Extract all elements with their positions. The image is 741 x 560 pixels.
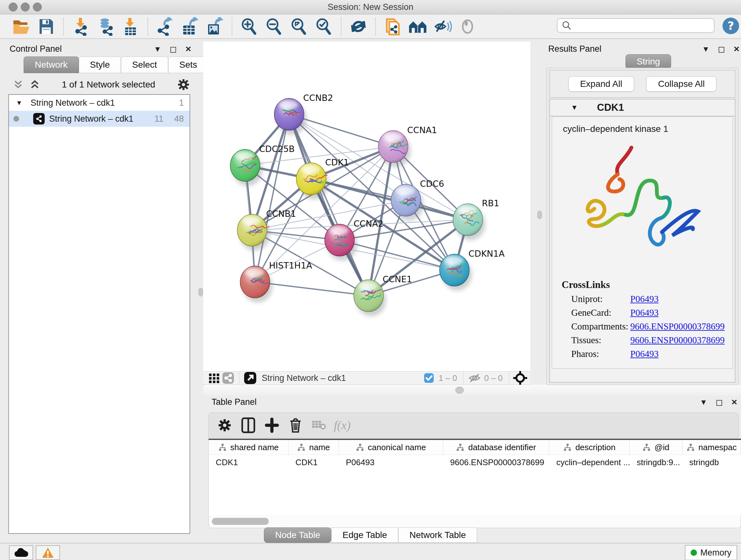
table-panel-float-icon[interactable]: ◻ [716, 398, 723, 406]
column-header-description[interactable]: description [549, 440, 630, 455]
edge-CCNB2-HIST1H1A[interactable] [255, 114, 289, 282]
add-column-icon[interactable] [263, 416, 281, 434]
tree-disclosure-icon[interactable]: ▼ [16, 99, 22, 107]
export-network-icon[interactable] [156, 17, 174, 36]
import-network-file-icon[interactable] [71, 17, 90, 36]
detail-eye-icon[interactable] [458, 17, 477, 36]
crosslink-link[interactable]: 9606.ENSP00000378699 [630, 335, 725, 346]
tab-network-table[interactable]: Network Table [398, 527, 477, 543]
results-panel-float-icon[interactable]: ◻ [718, 45, 725, 53]
node-CCNA1[interactable] [379, 131, 408, 163]
tab-select[interactable]: Select [121, 57, 168, 73]
column-header-name[interactable]: name [288, 440, 339, 455]
refresh-icon[interactable] [349, 17, 367, 36]
crosslink-link[interactable]: P06493 [630, 294, 659, 304]
table-scrollbar[interactable] [208, 515, 741, 528]
horizontal-splitter[interactable] [203, 385, 741, 395]
node-CDC6[interactable] [391, 184, 421, 216]
share-document-icon[interactable] [384, 17, 402, 36]
collapse-all-button[interactable]: Collapse All [646, 76, 717, 91]
zoom-fit-icon[interactable] [290, 17, 308, 36]
collapse-all-icon[interactable] [13, 79, 23, 90]
control-panel-close-icon[interactable]: ✕ [185, 45, 192, 53]
right-splitter-handle[interactable] [537, 211, 542, 219]
column-header-database-identifier[interactable]: database identifier [443, 440, 549, 455]
warning-button[interactable] [36, 545, 60, 560]
table-cell[interactable]: stringdb [682, 457, 741, 468]
expand-all-button[interactable]: Expand All [568, 76, 634, 91]
cloud-button[interactable] [9, 545, 33, 560]
results-panel-close-icon[interactable]: ✕ [733, 45, 740, 53]
table-row[interactable]: CDK1CDK1P064939606.ENSP00000378699cyclin… [209, 455, 741, 470]
node-CCNE1[interactable] [354, 280, 384, 312]
zoom-out-icon[interactable] [265, 17, 283, 36]
edge-CCNB2-CCNA1[interactable] [289, 114, 393, 146]
control-panel-float-icon[interactable]: ◻ [170, 45, 177, 53]
node-HIST1H1A[interactable] [240, 266, 270, 298]
left-splitter-handle[interactable] [199, 288, 203, 296]
table-cell[interactable]: CDK1 [288, 457, 339, 468]
network-canvas[interactable]: CCNB2CCNA1CDC25BCDK1CDC6RB1CCNB1CCNA2CDK… [203, 42, 530, 371]
close-window-icon[interactable] [9, 3, 17, 11]
column-header--id[interactable]: @id [630, 440, 682, 455]
node-CDKN1A[interactable] [440, 254, 469, 286]
control-panel-menu-icon[interactable]: ▼ [154, 45, 161, 53]
tab-node-table[interactable]: Node Table [264, 527, 331, 543]
crosslink-link[interactable]: 9606.ENSP00000378699 [630, 321, 725, 332]
export-image-icon[interactable] [205, 17, 224, 36]
edge-CDK1-RB1[interactable] [311, 179, 468, 220]
table-cell[interactable]: stringdb:9... [630, 457, 682, 468]
tab-sets[interactable]: Sets [168, 57, 208, 73]
help-button[interactable]: ? [722, 17, 740, 35]
string-home-icon[interactable] [408, 17, 427, 36]
function-icon[interactable]: f(x) [334, 416, 351, 434]
table-panel-menu-icon[interactable]: ▼ [700, 398, 708, 406]
hidden-eye-icon[interactable] [468, 372, 482, 384]
delete-table-icon[interactable] [310, 416, 328, 434]
zoom-selected-icon[interactable] [315, 17, 333, 36]
entry-disclosure-icon[interactable]: ▼ [571, 104, 578, 112]
tab-style[interactable]: Style [79, 57, 121, 73]
zoom-window-icon[interactable] [33, 3, 42, 11]
crosslink-link[interactable]: P06493 [630, 349, 659, 359]
tab-edge-table[interactable]: Edge Table [331, 527, 398, 543]
column-header-shared-name[interactable]: shared name [209, 440, 288, 455]
crosslink-link[interactable]: P06493 [630, 307, 659, 318]
node-CCNB2[interactable] [274, 98, 304, 130]
column-header-namespac[interactable]: namespac [682, 440, 741, 455]
network-options-gear-icon[interactable] [177, 78, 190, 91]
tab-network[interactable]: Network [23, 57, 79, 73]
search-box[interactable] [557, 18, 715, 33]
search-input[interactable] [576, 20, 714, 31]
table-cell[interactable]: cyclin–dependent ... [549, 457, 630, 468]
grid-view-icon[interactable] [207, 372, 221, 384]
tab-string[interactable]: String [625, 54, 671, 69]
node-CDC25B[interactable] [230, 149, 260, 181]
node-table[interactable]: shared namenamecanonical namedatabase id… [208, 439, 741, 515]
network-share-icon[interactable] [221, 372, 235, 384]
open-in-window-icon[interactable] [243, 372, 257, 384]
gear-icon[interactable] [216, 416, 233, 434]
column-header-canonical-name[interactable]: canonical name [339, 440, 443, 455]
table-panel-close-icon[interactable]: ✕ [731, 398, 738, 406]
selected-checkbox-icon[interactable] [422, 372, 436, 384]
export-table-icon[interactable] [181, 17, 199, 36]
table-scrollbar-thumb[interactable] [212, 518, 269, 525]
hide-graphics-icon[interactable] [433, 17, 452, 36]
node-CCNA2[interactable] [325, 224, 354, 256]
horizontal-splitter-handle[interactable] [455, 387, 464, 394]
save-session-icon[interactable] [37, 17, 56, 36]
columns-icon[interactable] [239, 416, 257, 434]
results-entry-header[interactable]: ▼ CDK1 [550, 99, 735, 116]
zoom-in-icon[interactable] [240, 17, 259, 36]
network-tree-row[interactable]: String Network – cdk11148 [9, 111, 190, 127]
open-session-icon[interactable] [12, 17, 30, 36]
import-table-file-icon[interactable] [121, 17, 140, 36]
crosshair-icon[interactable] [513, 372, 527, 384]
delete-column-icon[interactable] [286, 416, 305, 434]
minimize-window-icon[interactable] [21, 3, 30, 11]
network-tree-row[interactable]: ▼String Network – cdk11 [9, 95, 190, 111]
table-cell[interactable]: 9606.ENSP00000378699 [443, 457, 549, 468]
expand-all-icon[interactable] [29, 79, 40, 90]
table-cell[interactable]: P06493 [339, 457, 443, 468]
